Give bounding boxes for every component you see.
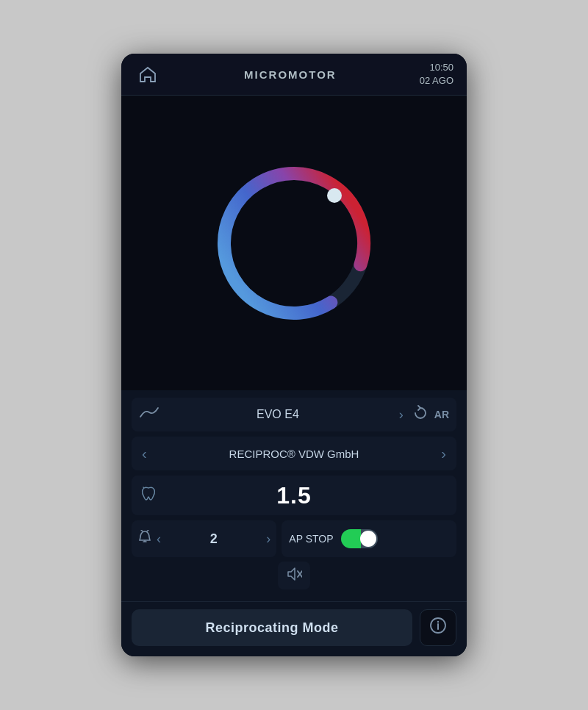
alarm-chevron-left[interactable]: ‹ bbox=[157, 531, 161, 547]
toggle-thumb bbox=[360, 531, 376, 547]
home-button[interactable] bbox=[135, 61, 161, 87]
alarm-icon bbox=[137, 530, 152, 548]
instrument-chevron-right[interactable]: › bbox=[399, 407, 404, 423]
instrument-icon bbox=[139, 406, 159, 423]
reciprocating-mode-button[interactable]: Reciprocating Mode bbox=[132, 609, 412, 646]
controls-panel: EVO E4 › AR ‹ RECIPROC® VDW GmbH › bbox=[121, 390, 467, 601]
tooth-icon bbox=[140, 486, 157, 506]
svg-point-8 bbox=[437, 621, 439, 623]
brand-chevron-left[interactable]: ‹ bbox=[139, 445, 150, 462]
gauge-svg bbox=[206, 155, 382, 331]
instrument-name: EVO E4 bbox=[159, 408, 396, 421]
big-value: 1.5 bbox=[276, 482, 311, 509]
ar-badge: AR bbox=[434, 409, 449, 420]
ap-stop-section: AP STOP bbox=[282, 520, 456, 557]
mute-icon bbox=[286, 567, 302, 585]
toggle-on-part bbox=[341, 529, 362, 548]
brand-row[interactable]: ‹ RECIPROC® VDW GmbH › bbox=[132, 437, 456, 470]
info-icon bbox=[429, 617, 447, 639]
mute-button[interactable] bbox=[278, 562, 310, 589]
brand-chevron-right[interactable]: › bbox=[438, 445, 449, 462]
alarm-value: 2 bbox=[165, 531, 262, 547]
gauge-track-bg bbox=[206, 155, 382, 331]
home-icon bbox=[138, 65, 157, 83]
gauge-area bbox=[121, 96, 467, 390]
header-date: 02 AGO bbox=[420, 74, 453, 87]
alarm-chevron-right[interactable]: › bbox=[266, 531, 270, 547]
gauge-end-dot bbox=[327, 188, 342, 203]
brand-name: RECIPROC® VDW GmbH bbox=[150, 448, 439, 460]
ap-stop-label: AP STOP bbox=[289, 533, 333, 545]
controls-row: ‹ 2 › AP STOP bbox=[132, 520, 456, 557]
instrument-row[interactable]: EVO E4 › AR bbox=[132, 398, 456, 431]
mute-row bbox=[132, 557, 456, 592]
value-row: 1.5 bbox=[132, 476, 456, 515]
cycle-icon[interactable] bbox=[412, 405, 429, 425]
gauge-arc bbox=[206, 155, 382, 331]
header: MICROMOTOR 10:50 02 AGO bbox=[121, 54, 467, 96]
header-title: MICROMOTOR bbox=[244, 68, 337, 81]
right-actions: AR bbox=[412, 405, 449, 425]
alarm-section[interactable]: ‹ 2 › bbox=[132, 520, 276, 557]
header-time-date: 10:50 02 AGO bbox=[420, 61, 453, 87]
svg-line-3 bbox=[147, 530, 148, 531]
bottom-bar: Reciprocating Mode bbox=[121, 601, 467, 656]
svg-line-2 bbox=[141, 530, 143, 531]
info-button[interactable] bbox=[420, 609, 456, 646]
device-frame: MICROMOTOR 10:50 02 AGO bbox=[121, 54, 467, 656]
header-time: 10:50 bbox=[420, 61, 453, 74]
ap-stop-toggle[interactable] bbox=[341, 529, 378, 548]
